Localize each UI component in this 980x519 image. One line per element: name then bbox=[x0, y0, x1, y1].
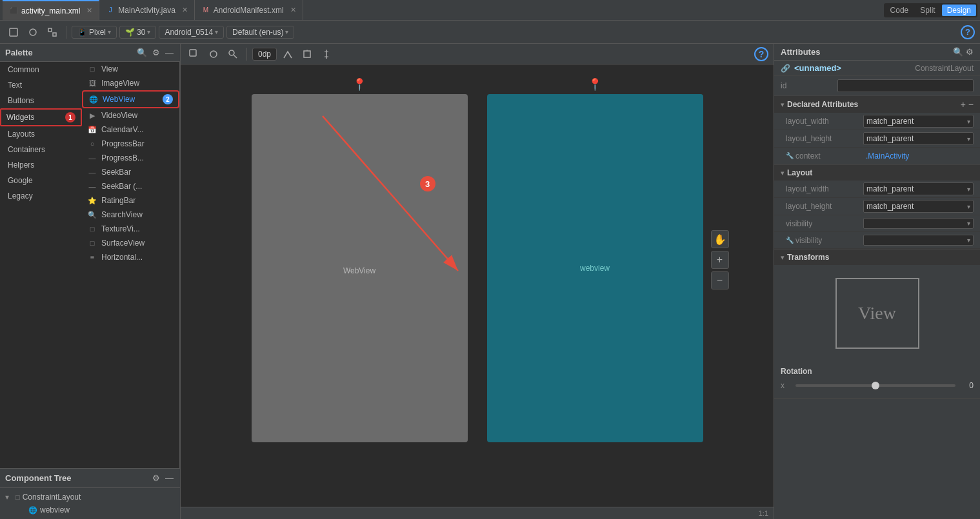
attributes-body: ▾ Declared Attributes + − layout_width m… bbox=[774, 96, 980, 519]
widget-ratingbar[interactable]: ⭐ RatingBar bbox=[82, 193, 179, 208]
code-mode-btn[interactable]: Code bbox=[885, 5, 914, 16]
canvas-zoom-icon bbox=[228, 49, 238, 59]
attr-id-label: id bbox=[781, 81, 832, 90]
select-tool-btn[interactable] bbox=[5, 25, 22, 39]
tab-activity-main[interactable]: ⬛ activity_main.xml ✕ bbox=[3, 0, 99, 20]
svg-rect-0 bbox=[10, 28, 17, 36]
layout-width-row: layout_width match_parent ▾ bbox=[774, 181, 980, 198]
palette-settings-btn[interactable]: ⚙ bbox=[151, 46, 161, 59]
tab-close-btn[interactable]: ✕ bbox=[86, 6, 92, 15]
tab-mainactivity[interactable]: J MainActivity.java ✕ bbox=[99, 0, 194, 20]
layout-section-header[interactable]: ▾ Layout bbox=[774, 165, 980, 181]
canvas-select-btn[interactable] bbox=[186, 47, 203, 61]
widget-imageview[interactable]: 🖼 ImageView bbox=[82, 76, 179, 90]
split-mode-btn[interactable]: Split bbox=[915, 5, 940, 16]
tree-item-webview[interactable]: 🌐 webview bbox=[3, 504, 177, 516]
component-tree-header: Component Tree ⚙ — bbox=[0, 469, 180, 488]
margin-btn[interactable] bbox=[318, 47, 335, 61]
widget-searchview[interactable]: 🔍 SearchView bbox=[82, 208, 179, 222]
palette-item-google[interactable]: Google bbox=[0, 173, 82, 188]
palette-label-widgets: Widgets bbox=[6, 113, 34, 122]
widget-progressbar2[interactable]: — ProgressB... bbox=[82, 151, 179, 165]
palette-item-layouts[interactable]: Layouts bbox=[0, 126, 82, 142]
declared-section-header[interactable]: ▾ Declared Attributes + − bbox=[774, 96, 980, 113]
tab-close-btn[interactable]: ✕ bbox=[290, 6, 296, 14]
widget-calendarview[interactable]: 📅 CalendarV... bbox=[82, 122, 179, 137]
palette-item-common[interactable]: Common bbox=[0, 62, 82, 77]
blueprint-phone-container: 📍 webview ✋ + − bbox=[487, 77, 703, 442]
widget-webview[interactable]: 🌐 WebView 2 bbox=[82, 90, 179, 108]
widget-seekbar[interactable]: — SeekBar bbox=[82, 165, 179, 179]
tab-close-btn[interactable]: ✕ bbox=[182, 6, 188, 14]
palette-item-widgets[interactable]: Widgets 1 bbox=[0, 108, 82, 126]
design-mode-btn[interactable]: Design bbox=[942, 5, 976, 16]
palette-item-text[interactable]: Text bbox=[0, 77, 82, 93]
widget-textureview[interactable]: □ TextureVi... bbox=[82, 222, 179, 236]
widget-seekbar2[interactable]: — SeekBar (... bbox=[82, 179, 179, 193]
declared-remove-btn[interactable]: − bbox=[968, 99, 974, 110]
horizontal-icon: ≡ bbox=[87, 253, 97, 262]
canvas-zoom-btn[interactable] bbox=[225, 47, 241, 61]
theme-selector[interactable]: Android_0514 ▾ bbox=[159, 26, 224, 39]
layout-visibility2-select[interactable]: ▾ bbox=[863, 235, 974, 246]
attr-settings-btn[interactable]: ⚙ bbox=[966, 47, 974, 57]
declared-add-btn[interactable]: + bbox=[961, 99, 966, 110]
device-label: Pixel bbox=[89, 28, 106, 37]
declared-layout-height-select[interactable]: match_parent ▾ bbox=[863, 132, 974, 145]
seekbar-icon: — bbox=[87, 168, 97, 177]
attr-id-input[interactable] bbox=[837, 79, 974, 92]
palette-item-containers[interactable]: Containers bbox=[0, 142, 82, 157]
left-panel: Palette 🔍 ⚙ — Common Text Buttons Widget… bbox=[0, 44, 181, 519]
tree-item-constraintlayout[interactable]: ▾ □ ConstraintLayout bbox=[3, 491, 177, 504]
widget-progressbar[interactable]: ○ ProgressBar bbox=[82, 137, 179, 151]
magic-btn[interactable] bbox=[279, 47, 296, 61]
tree-settings-btn[interactable]: ⚙ bbox=[151, 472, 161, 484]
widget-horizontal[interactable]: ≡ Horizontal... bbox=[82, 250, 179, 264]
palette-collapse-btn[interactable]: — bbox=[164, 46, 175, 59]
layout-height-select[interactable]: match_parent ▾ bbox=[863, 200, 974, 213]
palette-categories: Common Text Buttons Widgets 1 Layouts Co… bbox=[0, 62, 82, 468]
declared-layout-width-row: layout_width match_parent ▾ bbox=[774, 113, 980, 130]
declared-layout-width-select[interactable]: match_parent ▾ bbox=[863, 115, 974, 128]
widget-videoview[interactable]: ▶ VideoView bbox=[82, 108, 179, 122]
textureview-icon: □ bbox=[87, 224, 97, 233]
widget-view[interactable]: □ View bbox=[82, 62, 179, 76]
theme-label: Android_0514 bbox=[165, 28, 213, 37]
rotation-x-slider[interactable] bbox=[795, 384, 955, 387]
layout-visibility-select[interactable]: ▾ bbox=[863, 218, 974, 229]
attr-search-btn[interactable]: 🔍 bbox=[953, 47, 963, 57]
widget-searchview-label: SearchView bbox=[101, 210, 143, 219]
layout-width-select[interactable]: match_parent ▾ bbox=[863, 182, 974, 195]
palette-item-buttons[interactable]: Buttons bbox=[0, 93, 82, 108]
transforms-section: ▾ Transforms View Rotation x bbox=[774, 250, 980, 399]
zoom-fit-btn[interactable] bbox=[44, 25, 61, 39]
device-selector[interactable]: 📱 Pixel ▾ bbox=[72, 26, 117, 39]
declared-attributes-section: ▾ Declared Attributes + − layout_width m… bbox=[774, 96, 980, 165]
palette-item-legacy[interactable]: Legacy bbox=[0, 188, 82, 204]
palette-title: Palette bbox=[5, 48, 133, 57]
tree-collapse-btn[interactable]: — bbox=[164, 472, 175, 484]
hand-tool-btn[interactable] bbox=[25, 25, 41, 39]
widget-ratingbar-label: RatingBar bbox=[101, 196, 135, 205]
palette-item-helpers[interactable]: Helpers bbox=[0, 157, 82, 173]
palette-search-btn[interactable]: 🔍 bbox=[135, 46, 148, 59]
vis-chevron: ▾ bbox=[967, 220, 970, 227]
tab-androidmanifest[interactable]: M AndroidManifest.xml ✕ bbox=[195, 0, 303, 20]
canvas-pan-btn[interactable] bbox=[205, 47, 222, 61]
zoom-in-btn[interactable]: + bbox=[711, 251, 729, 269]
widget-surfaceview[interactable]: □ SurfaceView bbox=[82, 236, 179, 250]
tab-label: activity_main.xml bbox=[21, 6, 80, 15]
webview-design-label: WebView bbox=[343, 266, 375, 275]
transforms-section-header[interactable]: ▾ Transforms bbox=[774, 250, 980, 265]
api-selector[interactable]: 🌱 30 ▾ bbox=[119, 26, 156, 39]
pan-mode-btn[interactable]: ✋ bbox=[711, 230, 729, 248]
zoom-out-btn[interactable]: − bbox=[711, 271, 729, 289]
widget-view-label: View bbox=[101, 64, 118, 73]
canvas-info-btn[interactable]: ? bbox=[754, 47, 768, 61]
locale-selector[interactable]: Default (en-us) ▾ bbox=[226, 26, 294, 39]
help-btn[interactable]: ? bbox=[961, 25, 975, 39]
phone-inner-left: 3 WebView bbox=[252, 261, 468, 275]
bottom-zoom-row: 1:1 bbox=[181, 507, 774, 519]
constraint-btn[interactable] bbox=[299, 47, 315, 61]
canvas-section: 0dp ? bbox=[181, 44, 774, 519]
